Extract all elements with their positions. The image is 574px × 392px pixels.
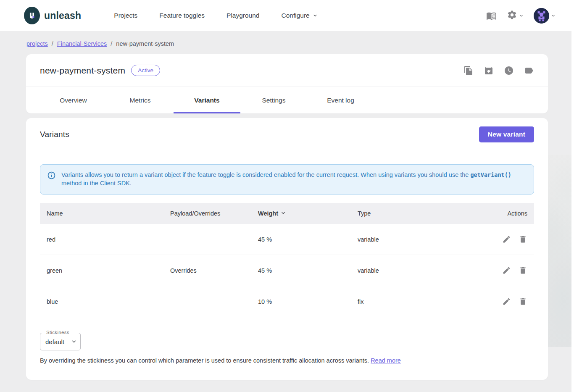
column-header-actions: Actions: [471, 210, 534, 217]
feature-actions: [463, 66, 534, 76]
breadcrumb-current: new-payment-system: [116, 40, 174, 47]
chevron-down-icon: [313, 13, 318, 18]
table-row: green Overrides 45 % variable: [40, 255, 534, 286]
table-row: blue 10 % fix: [40, 286, 534, 317]
stickiness-description: By overriding the stickiness you can con…: [40, 357, 534, 364]
chevron-down-icon: [71, 339, 77, 345]
tag-label-icon[interactable]: [524, 66, 534, 76]
variant-payload: Overrides: [163, 267, 251, 274]
page-title: new-payment-system: [40, 66, 125, 76]
variant-name: green: [40, 267, 163, 274]
delete-variant-trash-icon[interactable]: [519, 266, 527, 275]
stickiness-label: Stickiness: [44, 330, 71, 335]
gear-icon: [507, 10, 517, 22]
new-variant-button[interactable]: New variant: [479, 126, 534, 142]
breadcrumb-separator: /: [52, 40, 53, 47]
alert-text: Variants allows you to return a variant …: [61, 171, 527, 187]
stickiness-select[interactable]: Stickiness default: [40, 333, 81, 350]
tab-variants[interactable]: Variants: [174, 87, 240, 113]
code-get-variant: getVariant(): [470, 171, 511, 178]
delete-variant-trash-icon[interactable]: [519, 297, 527, 306]
variants-info-alert: Variants allows you to return a variant …: [40, 164, 534, 195]
avatar: [534, 8, 549, 24]
edit-variant-pencil-icon[interactable]: [502, 235, 511, 244]
read-more-link[interactable]: Read more: [371, 357, 401, 364]
breadcrumb: projects / Financial-Services / new-paym…: [26, 40, 574, 47]
top-navbar: unleash Projects Feature toggles Playgro…: [0, 0, 574, 31]
variants-table: Name Payload/Overrides Weight Type Actio…: [40, 203, 534, 317]
column-header-payload: Payload/Overrides: [163, 210, 251, 217]
variant-weight: 10 %: [251, 298, 351, 305]
unleash-logo[interactable]: unleash: [24, 7, 81, 24]
edit-variant-pencil-icon[interactable]: [502, 266, 511, 275]
tab-event-log[interactable]: Event log: [307, 87, 374, 113]
info-icon: [47, 171, 56, 187]
variant-weight: 45 %: [251, 236, 351, 243]
chevron-down-icon: [551, 13, 556, 18]
weight-sort-button[interactable]: Weight: [258, 210, 286, 217]
breadcrumb-separator: /: [111, 40, 112, 47]
feature-header-card: new-payment-system Active Overview Metri…: [26, 54, 548, 113]
brand-name: unleash: [44, 10, 81, 21]
background-decoration: [545, 155, 571, 347]
delete-variant-trash-icon[interactable]: [519, 235, 527, 244]
unleash-logo-icon: [24, 7, 40, 24]
variants-section-header: Variants New variant: [26, 118, 548, 151]
variant-name: blue: [40, 298, 163, 305]
column-header-weight: Weight: [251, 210, 351, 217]
edit-variant-pencil-icon[interactable]: [502, 297, 511, 306]
nav-links: Projects Feature toggles Playground Conf…: [114, 12, 317, 19]
table-header-row: Name Payload/Overrides Weight Type Actio…: [40, 203, 534, 224]
variant-type: variable: [351, 267, 471, 274]
stickiness-value: default: [45, 338, 64, 345]
nav-link-configure[interactable]: Configure: [281, 12, 317, 19]
nav-link-projects[interactable]: Projects: [114, 12, 137, 19]
table-row: red 45 % variable: [40, 224, 534, 255]
breadcrumb-project-link[interactable]: Financial-Services: [57, 40, 107, 47]
chevron-down-icon: [519, 13, 524, 18]
column-header-type: Type: [351, 210, 471, 217]
nav-link-playground[interactable]: Playground: [226, 12, 259, 19]
archive-icon[interactable]: [484, 66, 494, 76]
tab-overview[interactable]: Overview: [40, 87, 107, 113]
user-avatar-menu[interactable]: [534, 8, 556, 24]
tab-metrics[interactable]: Metrics: [107, 87, 174, 113]
copy-feature-icon[interactable]: [463, 66, 474, 76]
nav-right: [486, 8, 556, 24]
nav-link-feature-toggles[interactable]: Feature toggles: [159, 12, 205, 19]
feature-title-row: new-payment-system Active: [26, 54, 548, 87]
variants-content: Variants allows you to return a variant …: [26, 164, 548, 364]
variant-type: variable: [351, 236, 471, 243]
history-clock-icon[interactable]: [504, 66, 514, 76]
status-badge: Active: [131, 65, 160, 76]
tab-settings[interactable]: Settings: [240, 87, 307, 113]
variant-name: red: [40, 236, 163, 243]
chevron-down-icon: [281, 210, 286, 217]
section-title: Variants: [40, 130, 69, 139]
variants-card: Variants New variant Variants allows you…: [26, 118, 548, 380]
column-header-name: Name: [40, 210, 163, 217]
feature-tabs: Overview Metrics Variants Settings Event…: [26, 87, 548, 113]
variant-type: fix: [351, 298, 471, 305]
settings-gear-menu[interactable]: [507, 10, 524, 22]
breadcrumb-projects-link[interactable]: projects: [26, 40, 48, 47]
scrollbar[interactable]: [571, 0, 574, 392]
variant-weight: 45 %: [251, 267, 351, 274]
documentation-book-icon[interactable]: [486, 11, 497, 21]
